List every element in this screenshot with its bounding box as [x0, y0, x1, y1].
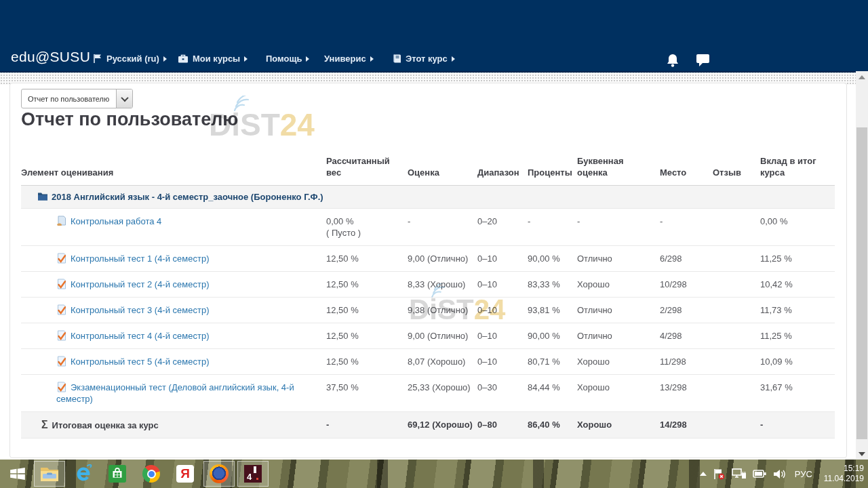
cell-letter: Хорошо [577, 349, 660, 375]
cell-weight: 12,50 % [326, 246, 408, 272]
grade-item-link[interactable]: Экзаменационный тест (Деловой английский… [56, 382, 294, 404]
grade-item-link[interactable]: Контрольная работа 4 [71, 216, 161, 226]
cell-range: 0–80 [477, 412, 528, 439]
internet-explorer-icon[interactable] [68, 461, 99, 487]
grade-item-link[interactable]: Контрольный тест 3 (4-й семестр) [71, 305, 209, 315]
windows-store-icon[interactable] [102, 461, 133, 487]
scrollbar-up-arrow-icon[interactable] [856, 71, 868, 83]
grade-item-link[interactable]: Контрольный тест 5 (4-й семестр) [71, 357, 209, 367]
cell-rank: 10/298 [660, 272, 713, 298]
nav-item-univeris[interactable]: Универис [324, 54, 374, 64]
table-row: Контрольный тест 2 (4-й семестр) 12,50 %… [21, 272, 835, 298]
cell-percent: 93,81 % [528, 298, 577, 323]
messages-bubble-icon[interactable] [696, 53, 710, 70]
scrollbar-thumb[interactable] [856, 127, 867, 439]
scrollbar-down-arrow-icon[interactable] [856, 448, 868, 460]
cell-rank: 4/298 [660, 323, 713, 349]
quiz-icon [56, 382, 67, 392]
cell-contribution: 0,00 % [760, 209, 835, 246]
grade-item-link[interactable]: Контрольный тест 1 (4-й семестр) [71, 253, 209, 264]
cell-percent: 83,33 % [528, 272, 577, 298]
cell-grade: 9,00 (Отлично) [408, 246, 477, 272]
table-header-row: Элемент оценивания Рассчитанный вес Оцен… [21, 151, 835, 186]
cell-contribution: 31,67 % [760, 375, 835, 412]
table-row: Контрольный тест 3 (4-й семестр) 12,50 %… [21, 298, 835, 323]
nav-item-my-courses[interactable]: Мои курсы [178, 54, 248, 66]
cell-feedback [713, 246, 760, 272]
volume-icon[interactable] [773, 468, 786, 480]
file-explorer-icon[interactable] [34, 461, 65, 487]
cell-grade: 25,33 (Хорошо) [408, 375, 477, 412]
caret-icon [163, 56, 167, 62]
cell-grade: - [408, 209, 477, 246]
col-rank: Место [660, 151, 713, 186]
cell-feedback [713, 272, 760, 298]
course-total-row: ΣИтоговая оценка за курс - 69,12 (Хорошо… [21, 412, 835, 439]
nav-item-language[interactable]: Русский (ru) [93, 54, 167, 66]
col-weight: Рассчитанный вес [326, 151, 408, 186]
cell-percent: 90,00 % [528, 246, 577, 272]
chevron-down-icon [116, 89, 132, 108]
col-grade: Оценка [408, 151, 477, 186]
cell-range: 0–10 [477, 246, 528, 272]
assignment-icon [56, 216, 67, 226]
start-button[interactable] [4, 461, 31, 487]
network-icon[interactable] [732, 468, 747, 480]
cell-contribution: 11,25 % [760, 246, 835, 272]
cell-percent: 90,00 % [528, 323, 577, 349]
table-row: Контрольный тест 1 (4-й семестр) 12,50 %… [21, 246, 835, 272]
cell-letter: - [577, 209, 660, 246]
notifications-bell-icon[interactable] [666, 53, 679, 70]
firefox-icon[interactable] [203, 461, 235, 487]
site-header: edu@SUSU Русский (ru) Мои курсы Помощь У… [0, 0, 868, 73]
cell-range: 0–20 [477, 209, 528, 246]
battery-icon[interactable] [753, 468, 767, 479]
cell-letter: Отлично [577, 323, 660, 349]
caret-icon [244, 56, 248, 62]
cell-percent: 80,71 % [528, 349, 577, 375]
cell-grade: 8,33 (Хорошо) [408, 272, 477, 298]
table-row: Контрольная работа 4 0,00 %( Пусто ) - 0… [21, 209, 835, 246]
cell-contribution: - [760, 412, 835, 439]
screen: edu@SUSU Русский (ru) Мои курсы Помощь У… [0, 0, 868, 488]
cell-weight: 12,50 % [326, 323, 408, 349]
language-indicator[interactable]: РУС [795, 469, 812, 479]
cell-weight: - [326, 412, 408, 439]
nav-item-help[interactable]: Помощь [266, 54, 309, 64]
chrome-icon[interactable] [136, 461, 167, 487]
cell-letter: Хорошо [577, 412, 660, 439]
quiz-icon [56, 253, 67, 264]
col-percent: Проценты [528, 151, 577, 186]
app-4-icon[interactable]: 4 [237, 461, 269, 487]
clock[interactable]: 15:19 11.04.2019 [824, 464, 864, 484]
caret-icon [452, 56, 455, 62]
cell-range: 0–10 [477, 323, 528, 349]
course-title: 2018 Английский язык - 4-й семестр_заочн… [52, 192, 323, 202]
clock-time: 15:19 [824, 464, 864, 474]
cell-grade: 8,07 (Хорошо) [408, 349, 477, 375]
grade-item-link[interactable]: Контрольный тест 4 (4-й семестр) [71, 331, 209, 341]
cell-rank: 2/298 [660, 298, 713, 323]
site-logo[interactable]: edu@SUSU [11, 49, 90, 65]
hidden-icons-arrow[interactable] [700, 472, 707, 476]
col-letter: Буквенная оценка [577, 151, 660, 186]
cell-contribution: 10,42 % [760, 272, 835, 298]
action-center-flag-icon[interactable] [713, 468, 726, 481]
report-type-select[interactable]: Отчет по пользователю [21, 89, 133, 108]
cell-feedback [713, 209, 760, 246]
cell-weight: 12,50 % [326, 298, 408, 323]
cell-rank: - [660, 209, 713, 246]
cell-contribution: 10,09 % [760, 349, 835, 375]
cell-range: 0–30 [477, 375, 528, 412]
book-icon [392, 54, 401, 66]
cell-feedback [713, 349, 760, 375]
col-contribution: Вклад в итог курса [760, 151, 835, 186]
caret-icon [306, 56, 309, 62]
yandex-browser-icon[interactable]: Я [170, 461, 201, 487]
grade-item-link[interactable]: Контрольный тест 2 (4-й семестр) [71, 279, 209, 289]
cell-rank: 6/298 [660, 246, 713, 272]
nav-item-this-course[interactable]: Этот курс [392, 54, 455, 66]
cell-contribution: 11,73 % [760, 298, 835, 323]
system-tray: РУС 15:19 11.04.2019 [700, 460, 864, 488]
scrollbar[interactable] [856, 71, 868, 460]
